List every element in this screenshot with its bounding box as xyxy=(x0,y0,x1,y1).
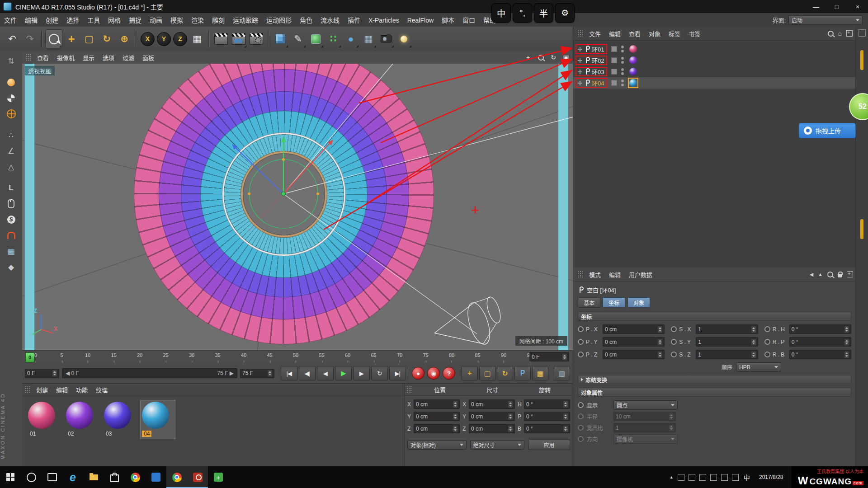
panel-grip[interactable] xyxy=(578,271,583,278)
record-button[interactable]: ◉ xyxy=(427,367,440,380)
subdivision-surface-icon[interactable] xyxy=(307,29,324,48)
attr-coord-field[interactable]: P . Y0 cm xyxy=(578,337,665,347)
drag-handle-icon[interactable] xyxy=(578,58,582,63)
material-sphere[interactable] xyxy=(28,402,55,429)
object-menu-item[interactable]: 查看 xyxy=(625,31,645,38)
model-mode-icon[interactable] xyxy=(3,75,19,89)
layer-box[interactable] xyxy=(611,57,617,63)
object-menu-item[interactable]: 书签 xyxy=(684,31,704,38)
last-tool-icon[interactable]: ⊕ xyxy=(116,29,133,48)
menu-item[interactable]: 工具 xyxy=(83,17,104,24)
object-row[interactable]: 环02 xyxy=(573,55,855,66)
lock-z-axis-icon[interactable]: Z xyxy=(173,32,187,46)
minimize-button[interactable]: — xyxy=(806,0,826,13)
visibility-toggles[interactable] xyxy=(621,57,624,64)
layout-tab[interactable] xyxy=(860,50,863,70)
viewport-filter-icon[interactable] xyxy=(3,197,19,211)
attr-coord-field[interactable]: S . X1 xyxy=(671,324,758,334)
playback-button[interactable]: ▶ xyxy=(335,366,352,380)
history-back-icon[interactable]: ◀ xyxy=(810,272,813,277)
object-name[interactable]: 环03 xyxy=(592,67,604,76)
anim-dot[interactable] xyxy=(578,425,584,431)
material-sphere[interactable] xyxy=(66,402,93,429)
tray-expand-icon[interactable]: ▲ xyxy=(670,475,674,479)
file-explorer-icon[interactable] xyxy=(83,466,104,488)
attribute-tab[interactable]: 坐标 xyxy=(603,297,625,308)
playback-button[interactable]: ▶ xyxy=(353,366,370,380)
texture-mode-icon[interactable] xyxy=(3,91,19,105)
object-menu-item[interactable]: 文件 xyxy=(585,31,605,38)
attr-prop-row[interactable]: 半径 10 cm 10 cm xyxy=(578,411,851,422)
home-icon[interactable]: ⌂ xyxy=(838,30,842,37)
maximize-button[interactable]: □ xyxy=(826,0,847,13)
rotate-tool-icon[interactable]: ↻ xyxy=(98,29,115,48)
menu-item[interactable]: 渲染 xyxy=(187,17,208,24)
polygons-mode-icon[interactable]: △ xyxy=(3,160,19,174)
edges-mode-icon[interactable]: ∠ xyxy=(3,144,19,158)
language-indicator[interactable]: 中 xyxy=(743,473,751,482)
camera-icon[interactable] xyxy=(377,29,395,48)
apply-button[interactable]: 应用 xyxy=(528,440,570,450)
order-select[interactable]: HPB xyxy=(736,362,781,372)
layer-box[interactable] xyxy=(611,46,617,52)
ime-button[interactable]: 半 xyxy=(534,3,553,23)
object-menu-item[interactable]: 标签 xyxy=(665,31,684,38)
tray-icon[interactable] xyxy=(732,474,739,481)
pin-icon[interactable]: ▲ xyxy=(818,272,823,277)
material-tag[interactable] xyxy=(629,45,637,53)
object-name[interactable]: 环04 xyxy=(592,79,604,87)
layer-box[interactable] xyxy=(611,69,617,75)
menu-item[interactable]: 运动跟踪 xyxy=(229,17,262,24)
visibility-toggles[interactable] xyxy=(621,68,624,75)
store-icon[interactable] xyxy=(104,466,125,488)
panel-grip[interactable] xyxy=(25,386,30,393)
attribute-tab[interactable]: 基本 xyxy=(578,297,600,308)
render-settings-icon[interactable] xyxy=(248,29,265,48)
material-tile[interactable]: 02 xyxy=(65,400,99,439)
material-tile[interactable]: 01 xyxy=(27,400,61,439)
coord-field[interactable]: X0 cm xyxy=(407,399,460,409)
time-marker[interactable]: 0 xyxy=(25,352,34,362)
drag-handle-icon[interactable] xyxy=(578,81,582,85)
viewport-menu-item[interactable]: 显示 xyxy=(79,55,99,61)
edge-icon[interactable]: e xyxy=(62,466,83,488)
tray-icon[interactable] xyxy=(678,474,684,481)
material-name[interactable]: 03 xyxy=(104,431,113,437)
menu-item[interactable]: X-Particles xyxy=(364,17,403,24)
object-menu-item[interactable]: 对象 xyxy=(645,31,665,38)
timeline-ruler[interactable]: 05101520253035404550556065707580859095 0… xyxy=(22,350,573,364)
menu-item[interactable]: 创建 xyxy=(42,17,62,24)
axis-mode-icon[interactable]: L xyxy=(3,181,19,195)
clock-date[interactable]: 2017/8/28 xyxy=(755,474,788,480)
material-tile[interactable]: 04 xyxy=(141,400,175,439)
coord-field[interactable]: Y0 cm xyxy=(462,412,515,421)
prop-field[interactable]: 1 xyxy=(613,423,676,432)
quantize-icon[interactable]: ◆ xyxy=(3,260,19,274)
frame-range-slider[interactable]: ◀ 0 F75 F ▶ xyxy=(62,368,237,378)
visibility-toggles[interactable] xyxy=(621,46,624,52)
attr-prop-row[interactable]: 显示 圆点 圆点 xyxy=(578,399,851,411)
coord-field[interactable]: X0 cm xyxy=(462,399,515,409)
size-mode-select[interactable]: 绝对尺寸 xyxy=(470,440,525,450)
menu-item[interactable]: 网格 xyxy=(104,17,125,24)
make-editable-icon[interactable]: ⇅ xyxy=(3,54,19,68)
coord-field[interactable]: Y0 cm xyxy=(407,412,460,421)
live-selection-icon[interactable] xyxy=(45,29,62,48)
panel-grip[interactable] xyxy=(578,30,583,37)
object-props-header[interactable]: 对象属性 xyxy=(578,388,851,397)
viewport-menu-item[interactable]: 查看 xyxy=(33,55,53,61)
rotate-view-icon[interactable]: ↻ xyxy=(549,53,557,61)
attr-coord-field[interactable]: R . B0 ° xyxy=(764,350,851,359)
tray-icon[interactable] xyxy=(710,474,717,481)
material-menu-item[interactable]: 编辑 xyxy=(52,387,72,394)
coordinate-system-icon[interactable]: ▦ xyxy=(189,29,206,48)
add-panel-icon[interactable] xyxy=(846,30,853,37)
menu-item[interactable]: 角色 xyxy=(296,17,316,24)
add-primitive-icon[interactable] xyxy=(272,29,289,48)
panel-grip[interactable] xyxy=(26,54,31,61)
playback-button[interactable]: ▶| xyxy=(389,366,406,380)
tray-icon[interactable] xyxy=(721,474,728,481)
lock-icon[interactable] xyxy=(838,274,842,277)
panel-grip[interactable] xyxy=(406,386,412,393)
anim-dot[interactable] xyxy=(578,436,584,442)
